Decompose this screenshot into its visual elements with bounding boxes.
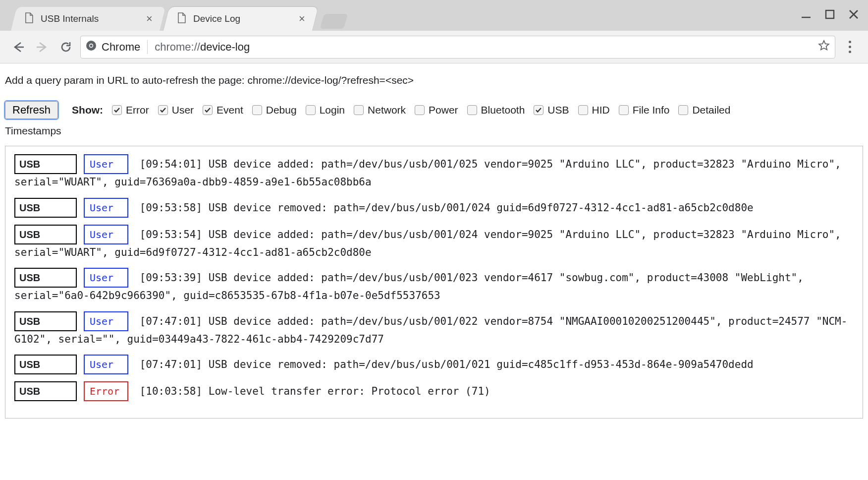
reload-button[interactable]: [56, 38, 75, 57]
auto-refresh-hint: Add a query param in URL to auto-refresh…: [5, 74, 863, 86]
filter-bluetooth[interactable]: Bluetooth: [467, 104, 525, 116]
log-timestamp: [09:53:54]: [140, 229, 202, 240]
chrome-chip-label: Chrome: [102, 41, 140, 54]
show-label: Show:: [72, 104, 103, 116]
filter-debug[interactable]: Debug: [252, 104, 297, 116]
window-controls: [801, 9, 859, 20]
browser-menu-button[interactable]: [840, 38, 859, 57]
checkbox-icon: [578, 105, 588, 115]
timestamps-label: Timestamps: [5, 125, 863, 137]
log-level-badge: User: [84, 311, 128, 331]
log-entry: USBError [10:03:58] Low-level transfer e…: [14, 381, 854, 401]
new-tab-button[interactable]: [320, 14, 348, 29]
address-bar[interactable]: Chrome chrome://device-log: [80, 36, 835, 59]
log-entry: USBUser [09:53:58] USB device removed: p…: [14, 198, 854, 218]
filter-usb[interactable]: USB: [534, 104, 569, 116]
log-type-badge: USB: [14, 154, 77, 174]
filter-label: Event: [217, 104, 243, 116]
checkbox-icon: [252, 105, 262, 115]
log-timestamp: [09:54:01]: [140, 158, 202, 170]
filter-label: Detailed: [692, 104, 730, 116]
checkbox-icon: [354, 105, 364, 115]
checkbox-icon: [678, 105, 688, 115]
filter-label: Power: [429, 104, 458, 116]
log-message: USB device added: path=/dev/bus/usb/001/…: [14, 272, 804, 301]
filter-event[interactable]: Event: [203, 104, 243, 116]
log-entry: USBUser [09:53:39] USB device added: pat…: [14, 268, 854, 304]
filter-label: Error: [126, 104, 149, 116]
filter-login[interactable]: Login: [306, 104, 345, 116]
close-icon[interactable]: [848, 9, 859, 20]
log-entries: USBUser [09:54:01] USB device added: pat…: [5, 146, 863, 419]
forward-button[interactable]: [33, 38, 52, 57]
log-type-badge: USB: [14, 225, 77, 244]
log-entry: USBUser [07:47:01] USB device removed: p…: [14, 355, 854, 374]
log-entry: USBUser [07:47:01] USB device added: pat…: [14, 311, 854, 348]
tab-usb-internals[interactable]: USB Internals ×: [11, 7, 165, 31]
log-timestamp: [10:03:58]: [140, 385, 202, 397]
log-entry: USBUser [09:53:54] USB device added: pat…: [14, 225, 854, 261]
checkbox-icon: [534, 105, 543, 115]
filter-label: File Info: [633, 104, 670, 116]
filter-file-info[interactable]: File Info: [619, 104, 670, 116]
bookmark-star-icon[interactable]: [818, 40, 830, 55]
log-message: USB device added: path=/dev/bus/usb/001/…: [14, 229, 841, 258]
page-icon: [177, 12, 186, 26]
filter-label: USB: [547, 104, 569, 116]
svg-point-8: [90, 44, 92, 47]
filter-label: Bluetooth: [481, 104, 525, 116]
log-entry: USBUser [09:54:01] USB device added: pat…: [14, 154, 854, 191]
log-level-badge: Error: [84, 381, 128, 401]
window-titlebar: USB Internals × Device Log ×: [0, 0, 868, 31]
log-message: Low-level transfer error: Protocol error…: [209, 385, 490, 397]
log-level-badge: User: [84, 198, 128, 218]
checkbox-icon: [467, 105, 477, 115]
filter-controls: Refresh Show: ErrorUserEventDebugLoginNe…: [5, 101, 863, 119]
browser-toolbar: Chrome chrome://device-log: [0, 31, 868, 63]
log-message: USB device removed: path=/dev/bus/usb/00…: [209, 202, 754, 214]
log-timestamp: [07:47:01]: [140, 359, 202, 370]
log-level-badge: User: [84, 355, 128, 374]
filter-network[interactable]: Network: [354, 104, 406, 116]
omnibox-url: chrome://device-log: [155, 41, 250, 54]
svg-rect-1: [826, 10, 834, 18]
checkbox-icon: [112, 105, 122, 115]
log-timestamp: [07:47:01]: [140, 315, 202, 327]
log-level-badge: User: [84, 154, 128, 174]
filter-user[interactable]: User: [158, 104, 194, 116]
refresh-button[interactable]: Refresh: [5, 101, 58, 119]
log-timestamp: [09:53:58]: [140, 202, 202, 214]
maximize-icon[interactable]: [824, 9, 835, 20]
tab-device-log[interactable]: Device Log ×: [163, 7, 318, 31]
filter-label: Login: [320, 104, 345, 116]
filter-power[interactable]: Power: [415, 104, 458, 116]
filter-label: HID: [592, 104, 610, 116]
log-message: USB device added: path=/dev/bus/usb/001/…: [14, 158, 841, 188]
filter-detailed[interactable]: Detailed: [678, 104, 730, 116]
log-level-badge: User: [84, 225, 128, 244]
chrome-icon: [86, 40, 97, 54]
tab-close-icon[interactable]: ×: [143, 10, 156, 27]
tab-strip: USB Internals × Device Log ×: [14, 0, 346, 31]
log-timestamp: [09:53:39]: [140, 272, 202, 284]
page-icon: [25, 12, 34, 26]
log-message: USB device removed: path=/dev/bus/usb/00…: [209, 359, 754, 370]
tab-close-icon[interactable]: ×: [296, 10, 308, 27]
log-type-badge: USB: [14, 381, 77, 401]
filter-hid[interactable]: HID: [578, 104, 610, 116]
checkbox-icon: [619, 105, 629, 115]
log-type-badge: USB: [14, 355, 77, 374]
minimize-icon[interactable]: [801, 9, 812, 20]
filter-label: Network: [368, 104, 406, 116]
checkbox-icon: [415, 105, 425, 115]
filter-error[interactable]: Error: [112, 104, 149, 116]
checkbox-icon: [306, 105, 316, 115]
back-button[interactable]: [9, 38, 28, 57]
log-level-badge: User: [84, 268, 128, 288]
tab-title: Device Log: [193, 13, 240, 24]
filter-label: Debug: [266, 104, 297, 116]
page-content: Add a query param in URL to auto-refresh…: [0, 63, 868, 430]
log-type-badge: USB: [14, 311, 77, 331]
log-type-badge: USB: [14, 268, 77, 288]
tab-title: USB Internals: [41, 13, 99, 24]
